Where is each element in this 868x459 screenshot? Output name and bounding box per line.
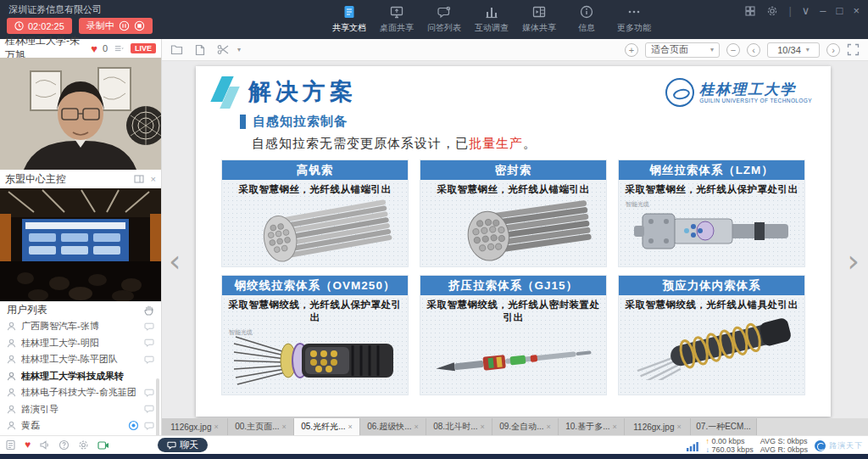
- layout-grid-icon[interactable]: [744, 5, 756, 17]
- panel-caption: 采取智慧钢绞线，光纤线从密封装置处引出: [420, 295, 606, 325]
- next-slide-arrow[interactable]: ›: [848, 246, 860, 277]
- figure-annotation: 智能光缆: [229, 328, 253, 337]
- file-tab[interactable]: 1126gx.jpg×: [162, 418, 228, 435]
- speaker-icon[interactable]: [39, 439, 50, 451]
- user-row[interactable]: 广西腾智汽车-张博: [0, 318, 161, 335]
- chat-bubble-icon[interactable]: [144, 355, 154, 364]
- close-video-icon[interactable]: ×: [151, 174, 156, 184]
- user-row[interactable]: 桂林理工大学科技成果转: [0, 368, 161, 385]
- user-icon: [7, 372, 16, 381]
- stop-record-icon[interactable]: [134, 20, 145, 31]
- tool-more[interactable]: 更多功能: [612, 4, 656, 34]
- chat-button[interactable]: 聊天: [158, 438, 208, 452]
- presenter-badge-icon: [128, 420, 139, 431]
- user-icon: [7, 355, 16, 364]
- panel-gaofan-cable: 高钒索 采取智慧钢丝，光纤线从锚端引出: [221, 160, 409, 267]
- minimize-button[interactable]: –: [820, 4, 826, 17]
- close-tab-icon[interactable]: ×: [676, 423, 681, 431]
- video-menu-icon[interactable]: [114, 44, 124, 53]
- tool-poll[interactable]: 互动调查: [470, 4, 514, 34]
- media-share-icon: [531, 4, 547, 20]
- app-title: 深圳证券信息有限公司: [8, 3, 102, 16]
- brand-text: 路演天下: [829, 440, 863, 451]
- close-tab-icon[interactable]: ×: [612, 423, 616, 431]
- maximize-button[interactable]: □: [837, 4, 843, 17]
- user-row[interactable]: 路演引导: [0, 401, 161, 418]
- heart-icon[interactable]: ♥: [91, 42, 97, 55]
- brand-mark-icon: [815, 440, 826, 451]
- file-tab[interactable]: 06.超级快...×: [360, 418, 426, 435]
- panel-title: 密封索: [420, 160, 606, 180]
- next-page-button[interactable]: ›: [826, 43, 840, 57]
- tool-label: 问答列表: [427, 22, 461, 34]
- help-icon[interactable]: [58, 439, 70, 451]
- document-toolbar: ▾ + 适合页面 ▾ − ‹ 10/34 ▾ ›: [162, 39, 868, 61]
- collapse-icon[interactable]: ∨: [802, 4, 810, 17]
- cable-image: [420, 325, 606, 395]
- webcam-icon[interactable]: [97, 440, 109, 451]
- close-button[interactable]: ×: [853, 4, 860, 17]
- close-tab-icon[interactable]: ×: [546, 423, 550, 431]
- user-row[interactable]: 黄磊: [0, 417, 161, 434]
- fullscreen-icon[interactable]: [847, 43, 860, 56]
- video-layout-icon[interactable]: [134, 175, 144, 183]
- file-tab[interactable]: 07.一种ECM...: [691, 418, 757, 435]
- user-row[interactable]: 桂林理工大学-明阳: [0, 335, 161, 352]
- chat-bubble-icon[interactable]: [144, 339, 154, 347]
- highlight-text: 批量生产: [469, 136, 523, 150]
- panel-sealed-cable: 密封索 采取智慧钢丝，光纤线从锚端引出: [420, 160, 607, 267]
- file-tab[interactable]: 00.主页面...×: [228, 418, 294, 435]
- fit-mode-select[interactable]: 适合页面 ▾: [645, 42, 720, 58]
- new-document-icon[interactable]: [195, 44, 205, 56]
- close-tab-icon[interactable]: ×: [480, 423, 484, 431]
- cable-image: 智能光缆: [222, 325, 408, 395]
- video2-feed[interactable]: [0, 188, 161, 301]
- notes-icon[interactable]: [5, 439, 16, 451]
- tool-share-doc[interactable]: 共享文档: [327, 4, 371, 34]
- tool-media-share[interactable]: 媒体共享: [517, 4, 561, 34]
- chat-bubble-icon[interactable]: [144, 422, 154, 430]
- zoom-out-button[interactable]: −: [726, 43, 740, 57]
- chat-bubble-icon[interactable]: [144, 389, 154, 397]
- download-arrow-icon: ↓: [706, 445, 710, 454]
- raise-hand-icon[interactable]: [144, 305, 154, 316]
- close-tab-icon[interactable]: ×: [214, 423, 218, 431]
- file-tab[interactable]: 1126gx.jpg×: [625, 418, 691, 435]
- section-title: 自感知拉索制备: [253, 114, 348, 130]
- open-folder-icon[interactable]: [170, 44, 183, 55]
- tool-desktop-share[interactable]: 桌面共享: [375, 4, 419, 34]
- file-tab[interactable]: 10.基于多...×: [559, 418, 625, 435]
- page-indicator[interactable]: 10/34 ▾: [767, 42, 820, 58]
- sidebar-scrollbar[interactable]: [156, 378, 159, 438]
- user-row[interactable]: 桂林理工大学-陈平团队: [0, 351, 161, 368]
- close-tab-icon[interactable]: ×: [414, 423, 418, 431]
- user-list: 广西腾智汽车-张博 桂林理工大学-明阳 桂林理工大学-陈平团队 桂林理工大学科技…: [0, 318, 161, 434]
- like-icon[interactable]: ♥: [25, 439, 31, 451]
- zoom-in-button[interactable]: +: [625, 43, 638, 57]
- gear-icon[interactable]: [78, 439, 89, 451]
- title-ribbon-icon: [214, 76, 243, 110]
- file-tab-active[interactable]: 05.光纤光...×: [294, 418, 360, 435]
- settings-gear-icon[interactable]: [766, 5, 778, 17]
- tool-qa-list[interactable]: 问答列表: [422, 4, 466, 34]
- user-list-header: 用户列表: [0, 301, 161, 318]
- university-name-en: GUILIN UNIVERSITY OF TECHNOLOGY: [699, 98, 812, 104]
- close-tab-icon[interactable]: ×: [348, 423, 352, 431]
- prev-slide-arrow[interactable]: ‹: [169, 246, 181, 277]
- file-tab[interactable]: 09.全自动...×: [492, 418, 559, 435]
- chat-bubble-icon[interactable]: [144, 322, 154, 331]
- video1-feed[interactable]: [0, 58, 161, 170]
- close-tab-icon[interactable]: ×: [281, 423, 286, 431]
- pause-record-icon[interactable]: [119, 20, 130, 31]
- snip-tool[interactable]: ▾: [217, 44, 241, 55]
- university-seal-icon: [665, 78, 694, 107]
- tool-info[interactable]: 信息: [565, 4, 609, 34]
- file-tab[interactable]: 08.北斗时...×: [426, 418, 492, 435]
- upload-arrow-icon: ↑: [706, 437, 710, 445]
- prev-page-button[interactable]: ‹: [747, 43, 760, 57]
- user-icon: [7, 339, 16, 348]
- signal-bars-icon: [686, 440, 699, 451]
- panel-title: 预应力体内索体系: [619, 276, 804, 295]
- user-row[interactable]: 桂林电子科技大学-俞兆韮团: [0, 384, 161, 401]
- chat-bubble-icon[interactable]: [144, 405, 154, 413]
